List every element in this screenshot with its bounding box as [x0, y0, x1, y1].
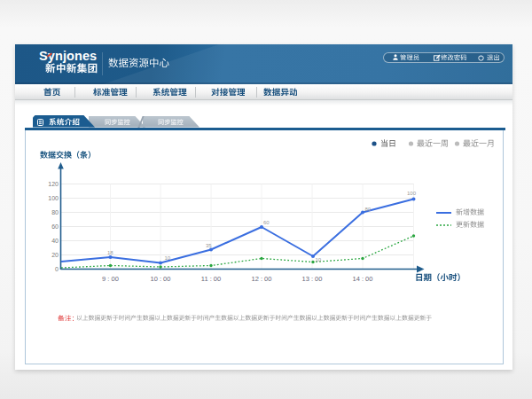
svg-text:100: 100 — [48, 194, 59, 200]
svg-text:60: 60 — [263, 219, 270, 224]
svg-text:18: 18 — [107, 250, 113, 255]
svg-text:11 : 00: 11 : 00 — [201, 275, 221, 283]
svg-text:12 : 00: 12 : 00 — [252, 275, 272, 283]
svg-text:13 : 00: 13 : 00 — [302, 275, 323, 283]
svg-text:60: 60 — [51, 223, 59, 229]
svg-text:80: 80 — [365, 206, 372, 211]
svg-text:14 : 00: 14 : 00 — [353, 275, 373, 283]
svg-text:80: 80 — [51, 208, 59, 215]
svg-text:9 : 00: 9 : 00 — [102, 275, 119, 283]
svg-text:10 : 00: 10 : 00 — [151, 275, 171, 283]
svg-text:20: 20 — [51, 251, 59, 257]
svg-text:35: 35 — [206, 242, 212, 247]
svg-text:120: 120 — [48, 180, 59, 186]
svg-text:100: 100 — [407, 191, 417, 196]
svg-text:0: 0 — [55, 265, 59, 271]
svg-text:40: 40 — [51, 237, 59, 243]
svg-text:10: 10 — [316, 257, 322, 262]
svg-text:10: 10 — [165, 254, 171, 260]
